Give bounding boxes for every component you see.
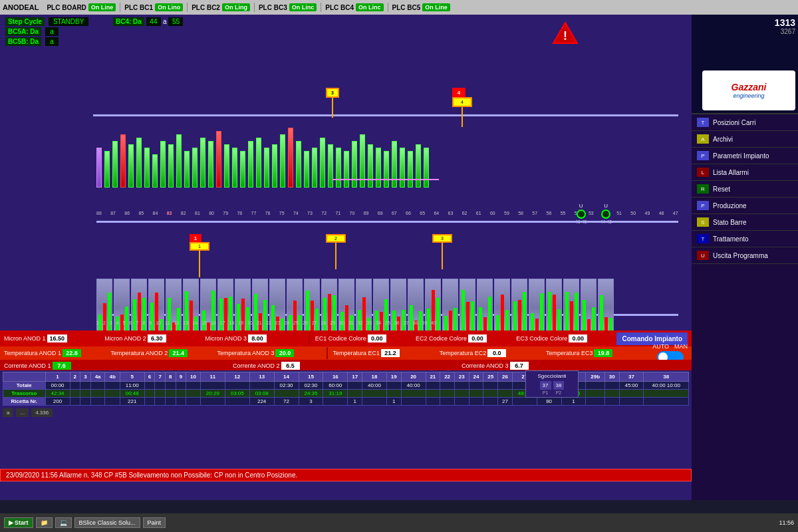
crane-2-arm — [335, 243, 336, 269]
menu-trattamento[interactable]: T Trattamento — [692, 231, 798, 247]
table-cell-0-19 — [386, 382, 401, 390]
tank-bar-green-22 — [479, 307, 482, 331]
electrode-bar-24 — [288, 128, 293, 188]
electrode-bar-4 — [128, 144, 134, 188]
bc4-val2: 55 — [168, 17, 183, 26]
tank-bar-green2-1 — [125, 307, 128, 331]
top-menu-bar: ANODEAL PLC BOARD On Line PLC BC1 On Lin… — [0, 0, 798, 15]
start-button[interactable]: ▶ Start — [4, 517, 33, 528]
ec2-codice-cell: EC2 Codice Colore 0.00 — [416, 334, 513, 342]
table-cell-1-15: 24:35 — [299, 390, 323, 398]
menu-produzione[interactable]: P Produzione — [692, 198, 798, 214]
electrode-bar-23 — [280, 134, 285, 188]
upper-electrodes — [96, 114, 678, 188]
electrode-bar-0 — [96, 148, 102, 188]
menu-lista-allarmi[interactable]: L Lista Allarmi — [692, 164, 798, 181]
tank-bar-red-15 — [362, 297, 366, 331]
diagram-area: 88 87 86 85 84 83 82 81 80 79 78 77 76 7… — [0, 51, 692, 331]
menu-stato-barre[interactable]: S Stato Barre — [692, 214, 798, 231]
plc-bc4-item[interactable]: PLC BC4 On Linc — [325, 3, 383, 11]
crane-2-lower[interactable]: 2 — [326, 234, 346, 269]
table-row-2: Ricetta Nr.2002212247231127801 — [3, 398, 689, 406]
table-header-row: 1234a4b567891011121314151617181920212223… — [3, 372, 689, 382]
taskbar-paint-btn[interactable]: Paint — [143, 517, 166, 528]
tank-bar-green2-20 — [454, 308, 457, 331]
taskbar-btn-2[interactable]: 💻 — [55, 517, 72, 528]
u-indicator-1 — [577, 209, 586, 219]
num-59: 59 — [504, 211, 509, 215]
table-header-26: 26 — [498, 372, 513, 382]
table-cell-2-20 — [401, 398, 426, 406]
table-cell-0-7 — [155, 382, 166, 390]
right-panel: 1313 3267 Gazzani engineering T Posizion… — [692, 15, 798, 500]
electrode-bar-41 — [424, 148, 429, 188]
plc-bc2-item[interactable]: PLC BC2 On Ling — [192, 3, 250, 11]
num-83: 83 — [167, 211, 172, 215]
plc-bc3-item[interactable]: PLC BC3 On Linc — [259, 3, 317, 11]
ec2-codice-value: 0.00 — [468, 334, 487, 342]
table-cell-2-21 — [426, 398, 440, 406]
menu-archivi[interactable]: A Archivi — [692, 131, 798, 148]
table-cell-0-11 — [200, 382, 225, 390]
table-cell-2-18 — [362, 398, 387, 406]
start-icon: ▶ — [9, 519, 13, 526]
table-cell-2-31 — [604, 398, 619, 406]
electrode-bar-17 — [232, 148, 237, 188]
num-67: 67 — [392, 211, 397, 215]
crane-4-upper[interactable]: 4 4 — [452, 88, 472, 127]
menu-parametri-impianto[interactable]: P Parametri Impianto — [692, 148, 798, 164]
plc-board-item[interactable]: PLC BOARD On Line — [47, 3, 116, 11]
menu-reset[interactable]: R Reset — [692, 181, 798, 198]
taskbar-btn-1[interactable]: 📁 — [36, 517, 53, 528]
menu-icon-uscita: U — [697, 251, 709, 260]
plc-board-label: PLC BOARD — [47, 4, 86, 11]
ec1-codice-label: EC1 Codice Colore — [315, 335, 366, 342]
num-64: 64 — [434, 211, 439, 215]
num-73: 73 — [307, 211, 313, 215]
small-btn-1[interactable]: a — [3, 408, 13, 417]
table-header-12: 12 — [225, 372, 249, 382]
table-cell-1-6 — [144, 390, 155, 398]
tank-bar-green-2 — [133, 299, 136, 331]
table-header-9: 9 — [176, 372, 186, 382]
plc-bc1-item[interactable]: PLC BC1 On Lino — [124, 3, 183, 11]
bc5b-value: a — [45, 37, 59, 46]
corrente-anod-1-cell: Corrente ANOD 1 7.6 — [4, 362, 230, 370]
table-extra2-1 — [644, 390, 689, 398]
electrode-bar-18 — [240, 151, 245, 188]
alert-icon[interactable]: ! — [552, 21, 579, 45]
small-btn-2[interactable]: ... — [16, 408, 29, 417]
lower-num-26: 26 — [303, 321, 308, 325]
table-cell-2-2 — [80, 398, 91, 406]
crane-3-lower[interactable]: 3 — [432, 234, 452, 269]
taskbar-anodeal-btn[interactable]: BSlice Classic Solu... — [74, 517, 140, 528]
table-header-15: 15 — [299, 372, 323, 382]
menu-icon-reset: R — [697, 184, 709, 194]
table-header-19: 19 — [386, 372, 401, 382]
bc4-info: BC4: Da 44 a 55 — [113, 17, 183, 26]
menu-posizioni-carri[interactable]: T Posizioni Carri — [692, 114, 798, 131]
plc-bc5-item[interactable]: PLC BC5 On Line — [392, 3, 450, 11]
table-cell-2-7 — [155, 398, 166, 406]
table-header-4b: 4b — [105, 372, 120, 382]
status-area: Step Cycle STANDBY BC5A: Da a BC5B: Da a… — [0, 15, 692, 51]
crane-1-lower[interactable]: 1 1 — [190, 234, 209, 277]
crane-4-arm — [462, 107, 463, 127]
menu-uscita-programma[interactable]: U Uscita Programma — [692, 247, 798, 264]
measurement-row-1: Micron ANOD 1 16.50 Micron ANOD 2 6.30 M… — [0, 331, 692, 346]
tank-bar-red-24 — [518, 300, 521, 331]
table-cell-1-30 — [586, 390, 604, 398]
crane-3-upper[interactable]: 3 — [326, 88, 339, 118]
electrode-bar-30 — [336, 148, 341, 188]
small-btn-3[interactable]: 4.336 — [31, 408, 53, 417]
table-cell-2-17: 1 — [348, 398, 362, 406]
app-title: ANODEAL — [3, 3, 39, 11]
ec3-codice-cell: EC3 Codice Colore 0.00 — [516, 334, 614, 342]
electrode-bar-21 — [264, 148, 269, 188]
lower-num-30: 30 — [339, 321, 344, 325]
lower-num-9: 9 — [149, 321, 152, 325]
table-extra1-1 — [619, 390, 644, 398]
lower-num-36: 36 — [394, 321, 400, 325]
table-header-29b: 29b — [586, 372, 604, 382]
table-cell-1-23 — [454, 390, 469, 398]
